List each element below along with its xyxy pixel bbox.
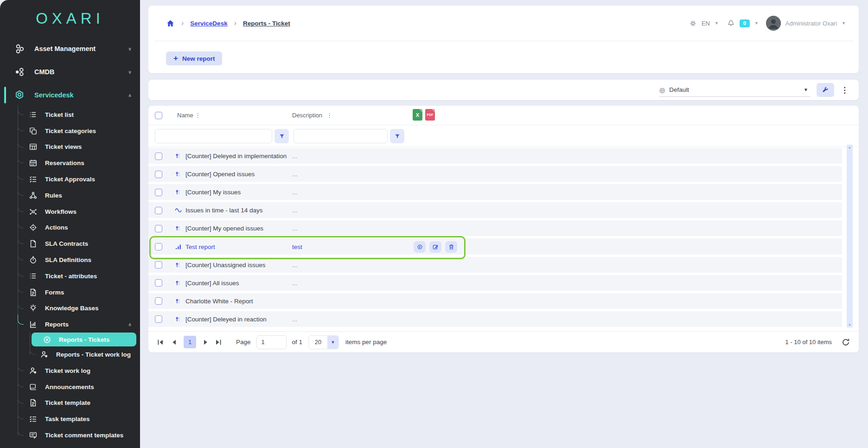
sidebar-item-ticket-categories[interactable]: Ticket categories [0,123,140,139]
sidebar-item-rules[interactable]: Rules [0,187,140,204]
description-column-menu-icon[interactable]: ⋮ [326,112,333,119]
home-icon[interactable] [166,19,175,28]
table-row[interactable]: Issues in time - last 14 days... [148,201,842,219]
notification-count-badge[interactable]: 0 [740,19,750,27]
report-name[interactable]: [Counter] Opened issues [185,171,255,178]
notifications-caret-icon[interactable]: ▼ [754,21,759,26]
next-page-button[interactable] [202,339,209,346]
row-checkbox[interactable] [155,171,162,178]
row-checkbox[interactable] [155,279,162,287]
scroll-up-icon[interactable]: ▲ [847,146,853,149]
delete-button[interactable] [445,241,457,253]
user-name[interactable]: Administrator Oxari [785,20,837,27]
report-name[interactable]: [Counter] Unassigned issues [185,262,266,269]
row-checkbox[interactable] [155,315,162,323]
language-selector[interactable]: EN [702,20,710,27]
page-count-label: of 1 [292,339,303,346]
tree-connector [18,137,24,147]
row-checkbox[interactable] [155,207,162,214]
table-row[interactable]: Test reporttest [148,237,842,256]
sidebar-item-ticket-comment-templates[interactable]: Ticket comment templates [0,427,140,443]
configure-view-button[interactable] [817,83,834,97]
export-excel-icon[interactable]: X [413,109,422,121]
sidebar-item-reports[interactable]: Reports∧ [0,316,140,333]
edit-button[interactable] [429,241,441,253]
page-size-select[interactable]: 20 ▼ [308,335,339,349]
sidebar-item-sla-definitions[interactable]: SLA Definitions [0,252,140,268]
sidebar-item-announcements[interactable]: Announcements [0,379,140,395]
language-caret-icon[interactable]: ▼ [715,21,719,26]
sidebar-item-reports-tickets[interactable]: Reports - Tickets [32,333,136,346]
sidebar-section-cmdb[interactable]: CMDB∨ [0,60,140,83]
report-description: ... [292,189,297,196]
description-filter-funnel-icon[interactable] [390,129,404,143]
report-name[interactable]: [Counter] Deleyed in reaction [185,316,267,323]
sidebar-item-forms[interactable]: Forms [0,284,140,301]
table-row[interactable]: [Counter] Deleyed in reaction... [148,310,842,328]
view-selector-dropdown[interactable]: ◎ Default ▼ [659,83,810,97]
table-row[interactable]: [Counter] Unassigned issues... [148,256,842,274]
sidebar-item-ticket-list[interactable]: Ticket list [0,107,140,123]
row-checkbox[interactable] [155,153,162,160]
row-checkbox[interactable] [155,297,162,305]
report-name[interactable]: Charlotte White - Report [185,298,253,305]
first-page-button[interactable] [157,339,164,346]
sidebar-section-servicedesk[interactable]: Servicedesk∧ [0,83,140,107]
sidebar-item-ticket-template[interactable]: Ticket template [0,395,140,411]
export-pdf-icon[interactable]: PDF [425,109,435,121]
row-checkbox[interactable] [155,243,162,250]
row-actions [414,241,457,253]
sidebar-item-ticket-approvals[interactable]: Ticket Approvals [0,171,140,187]
vertical-scrollbar[interactable]: ▲ ▼ [847,145,853,327]
table-row[interactable]: [Counter] My issues... [148,183,842,201]
name-filter-funnel-icon[interactable] [274,129,289,143]
more-options-kebab-icon[interactable]: ⋮ [841,85,849,95]
sidebar-item-ticket-attributes[interactable]: Ticket - attributes [0,268,140,284]
select-all-checkbox[interactable] [155,112,162,119]
table-row[interactable]: [Counter] My opened issues... [148,219,842,237]
name-column-menu-icon[interactable]: ⋮ [195,112,201,119]
breadcrumb-servicedesk-link[interactable]: ServiceDesk [190,20,227,27]
view-button[interactable] [414,241,426,253]
sidebar-item-knowledge-bases[interactable]: Knowledge Bases [0,301,140,317]
row-checkbox[interactable] [155,225,162,232]
sidebar-item-sla-contracts[interactable]: SLA Contracts [0,236,140,252]
report-name[interactable]: [Counter] Deleyed in implementation [185,153,287,160]
user-menu-caret-icon[interactable]: ▼ [842,21,846,26]
table-row[interactable]: [Counter] Opened issues... [148,165,842,183]
sidebar-item-label: Reports - Tickets [59,336,109,343]
refresh-icon[interactable] [841,338,850,347]
calendar-icon [29,159,38,167]
description-filter-input[interactable] [294,129,388,143]
table-row[interactable]: [Counter] Deleyed in implementation... [148,147,842,165]
table-row[interactable]: Charlotte White - Report [148,292,842,310]
table-row[interactable]: [Counter] All issues... [148,274,842,292]
report-name[interactable]: [Counter] My issues [185,189,241,196]
row-checkbox[interactable] [155,189,162,196]
sidebar-item-task-templates[interactable]: Task templates [0,411,140,427]
sidebar-item-actions[interactable]: Actions [0,220,140,236]
name-filter-input[interactable] [155,129,272,143]
sidebar-item-workflows[interactable]: Workflows [0,204,140,220]
row-checkbox[interactable] [155,261,162,269]
sidebar-section-asset-management[interactable]: Asset Management∨ [0,37,140,60]
new-report-button[interactable]: + New report [166,51,222,65]
page-1-button[interactable]: 1 [184,336,196,348]
report-description: ... [292,171,297,178]
settings-gear-icon[interactable] [689,19,697,27]
last-page-button[interactable] [215,339,222,346]
report-name[interactable]: Issues in time - last 14 days [185,207,263,214]
sidebar-item-ticket-views[interactable]: Ticket views [0,139,140,155]
report-name[interactable]: [Counter] All issues [185,280,239,287]
user-avatar[interactable] [766,16,781,31]
notifications-bell-icon[interactable] [727,19,735,27]
previous-page-button[interactable] [171,339,178,346]
scroll-down-icon[interactable]: ▼ [847,323,853,326]
report-name[interactable]: [Counter] My opened issues [185,225,263,232]
tree-connector [18,169,24,179]
report-name[interactable]: Test report [185,243,215,250]
sidebar-item-reports-ticket-work-log[interactable]: Reports - Ticket work log [0,346,140,363]
sidebar-item-reservations[interactable]: Reservations [0,155,140,171]
page-number-input[interactable] [256,335,287,349]
sidebar-item-ticket-work-log[interactable]: Ticket work log [0,363,140,379]
